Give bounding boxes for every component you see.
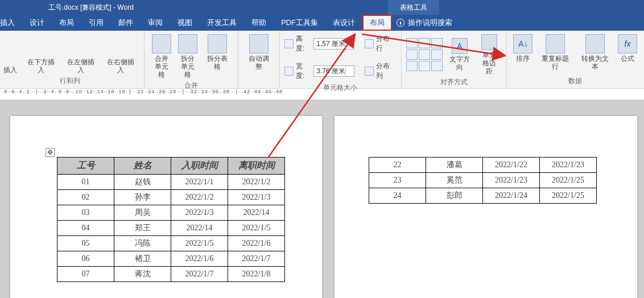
contextual-tab-label: 表格工具 xyxy=(388,0,439,15)
btn-insert-below[interactable]: 在下方插入 xyxy=(22,56,60,75)
dist-rows-icon xyxy=(365,39,374,48)
btn-insert-right[interactable]: 在右侧插入 xyxy=(101,56,140,75)
title-bar: 工号.docx [兼容模式] - Word 表格工具 xyxy=(0,0,644,15)
group-autofit: 自动调整 xyxy=(238,31,280,88)
btn-sort[interactable]: A↓排序 xyxy=(511,33,535,64)
sort-icon: A↓ xyxy=(513,34,532,53)
btn-merge-cells[interactable]: 合并 单元格 xyxy=(149,33,174,80)
tab-help[interactable]: 帮助 xyxy=(244,15,274,31)
height-input[interactable]: 1.57 厘米 xyxy=(313,38,354,49)
group-alignment: A文字方向 单元 格边距 对齐方式 xyxy=(402,31,507,88)
table-row[interactable]: 05冯陈2022/1/52022/1/6 xyxy=(57,236,285,251)
tell-me-label: 操作说明搜索 xyxy=(408,15,452,31)
btn-distribute-cols[interactable]: 分布列 xyxy=(376,61,397,81)
merge-cells-icon xyxy=(152,34,171,53)
ribbon: 插入 在下方插入 在左侧插入 在右侧插入 行和列 合并 单元格 拆分 单元格 拆… xyxy=(0,31,644,89)
page-2[interactable]: 22潘葛2022/1/222022/1/2323奚范2022/1/232022/… xyxy=(335,116,637,298)
tab-mailings[interactable]: 邮件 xyxy=(111,15,141,31)
table-row[interactable]: 04郑王2022/142022/1/5 xyxy=(57,221,285,236)
text-direction-icon: A xyxy=(452,38,468,54)
split-cells-icon xyxy=(178,34,197,53)
width-label: 宽度: xyxy=(296,61,311,81)
btn-cell-margins[interactable]: 单元 格边距 xyxy=(477,33,502,76)
tab-design[interactable]: 设计 xyxy=(22,15,52,31)
group-data: A↓排序 重复标题行 转换为文本 fx公式 数据 xyxy=(507,31,644,88)
height-icon xyxy=(284,39,294,48)
tab-pdftools[interactable]: PDF工具集 xyxy=(274,15,325,31)
tab-insert[interactable]: 插入 xyxy=(0,15,22,31)
table-header[interactable]: 工号 xyxy=(57,158,114,175)
group-cell-size: 高度: 1.57 厘米 宽度: 3.76 厘米 分布行 分布列 单元格大小 xyxy=(280,31,402,88)
table-header[interactable]: 姓名 xyxy=(114,158,171,175)
tab-table-layout[interactable]: 布局 xyxy=(362,15,392,31)
btn-insert-left[interactable]: 在左侧插入 xyxy=(61,56,100,75)
dist-cols-icon xyxy=(365,67,374,76)
tell-me[interactable]: 操作说明搜索 xyxy=(392,15,460,31)
page-1[interactable]: ✥ 工号姓名入职时间离职时间01赵钱2022/1/12022/1/202孙李20… xyxy=(10,116,322,298)
table-row[interactable]: 07蒋沈2022/1/72022/1/8 xyxy=(57,267,285,282)
repeat-header-icon xyxy=(546,34,565,53)
btn-convert-to-text[interactable]: 转换为文本 xyxy=(576,33,614,72)
width-icon xyxy=(284,67,294,76)
split-table-icon xyxy=(208,34,227,53)
table-header[interactable]: 入职时间 xyxy=(171,158,228,175)
table-row[interactable]: 03周吴2022/1/32022/14 xyxy=(57,205,285,221)
table-row[interactable]: 02孙李2022/1/22022/1/3 xyxy=(57,190,285,205)
width-input[interactable]: 3.76 厘米 xyxy=(313,65,354,77)
table-row[interactable]: 01赵钱2022/1/12022/1/2 xyxy=(57,175,285,190)
tab-developer[interactable]: 开发工具 xyxy=(200,15,244,31)
group-label-rows-cols: 行和列 xyxy=(0,75,139,88)
btn-split-table[interactable]: 拆分表格 xyxy=(201,33,233,72)
lightbulb-icon xyxy=(397,19,404,27)
group-label-cell-size: 单元格大小 xyxy=(284,82,397,95)
document-area: ✥ 工号姓名入职时间离职时间01赵钱2022/1/12022/1/202孙李20… xyxy=(0,100,644,298)
table-row[interactable]: 23奚范2022/1/232022/1/25 xyxy=(369,173,597,188)
height-row: 高度: 1.57 厘米 xyxy=(284,34,354,53)
table-anchor-handle[interactable]: ✥ xyxy=(46,148,55,157)
group-rows-cols: 插入 在下方插入 在左侧插入 在右侧插入 行和列 xyxy=(0,31,145,88)
group-label-data: 数据 xyxy=(511,75,639,88)
group-merge: 合并 单元格 拆分 单元格 拆分表格 合并 xyxy=(145,31,238,88)
btn-autofit[interactable]: 自动调整 xyxy=(243,33,275,72)
tab-table-design[interactable]: 表设计 xyxy=(325,15,362,31)
alignment-grid[interactable] xyxy=(406,38,443,71)
btn-distribute-rows[interactable]: 分布行 xyxy=(376,34,397,53)
table-header[interactable]: 离职时间 xyxy=(228,158,285,175)
document-title: 工号.docx [兼容模式] - Word xyxy=(0,3,254,13)
tab-view[interactable]: 视图 xyxy=(170,15,200,31)
formula-icon: fx xyxy=(618,34,637,53)
employee-table-continued[interactable]: 22潘葛2022/1/222022/1/2323奚范2022/1/232022/… xyxy=(369,157,597,204)
to-text-icon xyxy=(585,34,605,53)
table-row[interactable]: 22潘葛2022/1/222022/1/23 xyxy=(369,158,597,173)
table-row[interactable]: 24彭郎2022/1/242022/1/25 xyxy=(369,188,597,204)
btn-text-direction[interactable]: A文字方向 xyxy=(444,37,476,72)
btn-insert[interactable]: 插入 xyxy=(0,64,20,75)
tab-layout[interactable]: 布局 xyxy=(52,15,81,31)
tab-references[interactable]: 引用 xyxy=(81,15,111,31)
group-label-alignment: 对齐方式 xyxy=(406,76,502,89)
width-row: 宽度: 3.76 厘米 xyxy=(284,61,354,81)
autofit-icon xyxy=(249,34,269,53)
btn-repeat-header[interactable]: 重复标题行 xyxy=(536,33,575,72)
employee-table[interactable]: 工号姓名入职时间离职时间01赵钱2022/1/12022/1/202孙李2022… xyxy=(57,157,285,282)
tab-review[interactable]: 审阅 xyxy=(141,15,170,31)
height-label: 高度: xyxy=(296,34,311,53)
ribbon-tabs: 插入 设计 布局 引用 邮件 审阅 视图 开发工具 帮助 PDF工具集 表设计 … xyxy=(0,15,644,31)
cell-margins-icon xyxy=(481,34,497,50)
btn-formula[interactable]: fx公式 xyxy=(616,33,639,64)
btn-split-cells[interactable]: 拆分 单元格 xyxy=(175,33,200,80)
table-row[interactable]: 06褚卫2022/1/62022/1/7 xyxy=(57,251,285,267)
